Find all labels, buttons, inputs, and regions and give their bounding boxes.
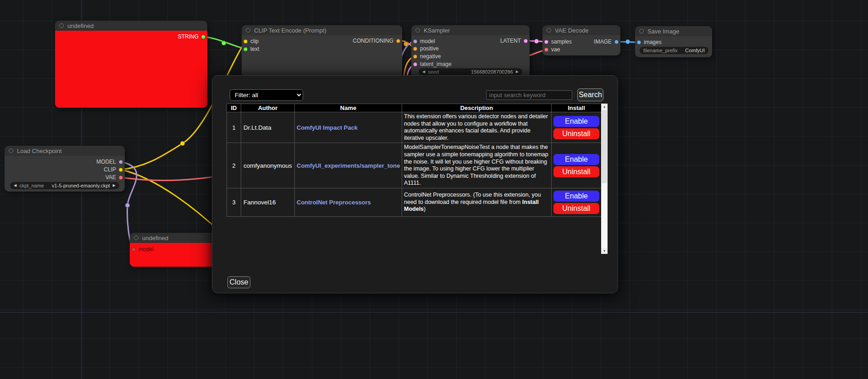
- filter-select[interactable]: Filter: all: [230, 89, 303, 101]
- scroll-down-icon[interactable]: ▼: [601, 248, 608, 254]
- prev-option-icon[interactable]: ◀: [14, 184, 17, 187]
- next-option-icon[interactable]: ▶: [113, 184, 116, 187]
- collapse-dot-icon[interactable]: [547, 28, 551, 33]
- extension-link[interactable]: ControlNet Preprocessors: [297, 199, 400, 206]
- latent-image-input-dot[interactable]: [413, 62, 417, 66]
- table-row: 1 Dr.Lt.Data ComfyUI Impact Pack This ex…: [227, 112, 602, 143]
- enable-button[interactable]: Enable: [553, 191, 599, 202]
- model-input-dot[interactable]: [132, 247, 136, 252]
- scroll-up-icon[interactable]: ▲: [601, 104, 608, 110]
- cell-description: This extension offers various detector n…: [402, 112, 552, 143]
- comfyui-canvas[interactable]: undefined STRING CLIP Text Encode (Promp…: [0, 0, 868, 379]
- decrement-icon[interactable]: ◀: [422, 70, 425, 74]
- node-undefined-top[interactable]: undefined STRING: [55, 21, 207, 108]
- search-input[interactable]: [486, 90, 572, 100]
- node-title: Save Image: [647, 28, 679, 35]
- cell-author: Dr.Lt.Data: [241, 112, 295, 143]
- cell-author: Fannovel16: [241, 188, 295, 216]
- clip-input-dot[interactable]: [243, 39, 248, 44]
- string-output-dot[interactable]: [201, 35, 205, 39]
- ckpt-name-widget[interactable]: ◀ ckpt_name v1-5-pruned-emaonly.ckpt ▶: [10, 182, 119, 189]
- images-input-dot[interactable]: [637, 40, 641, 44]
- collapse-dot-icon[interactable]: [9, 148, 13, 153]
- latent-output-dot[interactable]: [524, 39, 528, 43]
- node-vae-decode[interactable]: VAE Decode samples vae IMAGE: [542, 25, 620, 55]
- node-title: VAE Decode: [555, 27, 588, 34]
- collapse-dot-icon[interactable]: [415, 28, 420, 33]
- extension-link[interactable]: ComfyUI_experiments/sampler_tonemap: [297, 162, 400, 169]
- extension-table: ID Author Name Description Install 1 Dr.…: [227, 104, 602, 217]
- conditioning-output-dot[interactable]: [396, 39, 400, 43]
- col-header-id: ID: [227, 104, 241, 112]
- samples-input-dot[interactable]: [544, 40, 548, 44]
- close-button[interactable]: Close: [227, 276, 250, 288]
- cell-id: 2: [227, 143, 241, 188]
- text-input-dot[interactable]: [243, 47, 248, 51]
- col-header-description: Description: [402, 104, 552, 112]
- col-header-name: Name: [295, 104, 402, 112]
- col-header-author: Author: [241, 104, 295, 112]
- vae-input-dot[interactable]: [544, 48, 548, 52]
- collapse-dot-icon[interactable]: [246, 28, 250, 33]
- uninstall-button[interactable]: Uninstall: [553, 203, 599, 214]
- table-header-row: ID Author Name Description Install: [227, 104, 602, 112]
- negative-input-dot[interactable]: [413, 55, 417, 59]
- clip-output-dot[interactable]: [119, 168, 123, 172]
- image-output-dot[interactable]: [614, 40, 619, 44]
- seed-widget[interactable]: ◀ seed 156680208700286 ▶: [419, 68, 522, 76]
- uninstall-button[interactable]: Uninstall: [553, 128, 599, 139]
- collapse-dot-icon[interactable]: [639, 29, 644, 33]
- cell-install: Enable Uninstall: [552, 143, 602, 188]
- uninstall-button[interactable]: Uninstall: [553, 166, 599, 177]
- increment-icon[interactable]: ▶: [516, 70, 519, 74]
- extension-manager-dialog: Filter: all Search ID Author Name Descri…: [212, 75, 618, 293]
- table-scrollbar[interactable]: ▲ ▼: [601, 104, 608, 254]
- vae-output-dot[interactable]: [119, 176, 123, 180]
- enable-button[interactable]: Enable: [553, 154, 599, 165]
- scrollbar-thumb[interactable]: [602, 110, 607, 183]
- cell-install: Enable Uninstall: [552, 188, 602, 216]
- node-title: undefined: [67, 22, 94, 29]
- col-header-install: Install: [552, 104, 602, 112]
- enable-button[interactable]: Enable: [553, 116, 599, 127]
- cell-install: Enable Uninstall: [552, 112, 602, 143]
- node-save-image[interactable]: Save Image images filename_prefix ComfyU…: [635, 26, 712, 57]
- table-row: 3 Fannovel16 ControlNet Preprocessors Co…: [227, 188, 602, 216]
- model-input-dot[interactable]: [413, 39, 417, 44]
- filename-prefix-widget[interactable]: filename_prefix ComfyUI: [640, 47, 708, 54]
- search-button[interactable]: Search: [577, 88, 603, 101]
- node-title: CLIP Text Encode (Prompt): [254, 27, 326, 34]
- table-row: 2 comfyanonymous ComfyUI_experiments/sam…: [227, 143, 602, 188]
- node-title: undefined: [142, 235, 168, 242]
- cell-description: ModelSamplerTonemapNoiseTest a node that…: [402, 143, 552, 188]
- node-title: KSampler: [424, 27, 450, 34]
- collapse-dot-icon[interactable]: [134, 236, 138, 240]
- model-output-dot[interactable]: [119, 160, 123, 164]
- collapse-dot-icon[interactable]: [59, 23, 64, 28]
- cell-author: comfyanonymous: [241, 143, 295, 188]
- cell-id: 1: [227, 112, 241, 143]
- node-title: Load Checkpoint: [17, 148, 62, 154]
- node-clip-text-encode[interactable]: CLIP Text Encode (Prompt) clip text COND…: [242, 25, 402, 83]
- extension-table-area: ID Author Name Description Install 1 Dr.…: [227, 104, 608, 254]
- node-load-checkpoint[interactable]: Load Checkpoint MODEL CLIP VAE ◀ ckpt_na…: [5, 146, 125, 192]
- cell-description: ControlNet Preprocessors. (To use this e…: [402, 188, 552, 216]
- cell-id: 3: [227, 188, 241, 216]
- node-ksampler[interactable]: KSampler model positive negative latent_…: [411, 25, 530, 79]
- extension-link[interactable]: ComfyUI Impact Pack: [297, 124, 400, 131]
- positive-input-dot[interactable]: [413, 47, 417, 51]
